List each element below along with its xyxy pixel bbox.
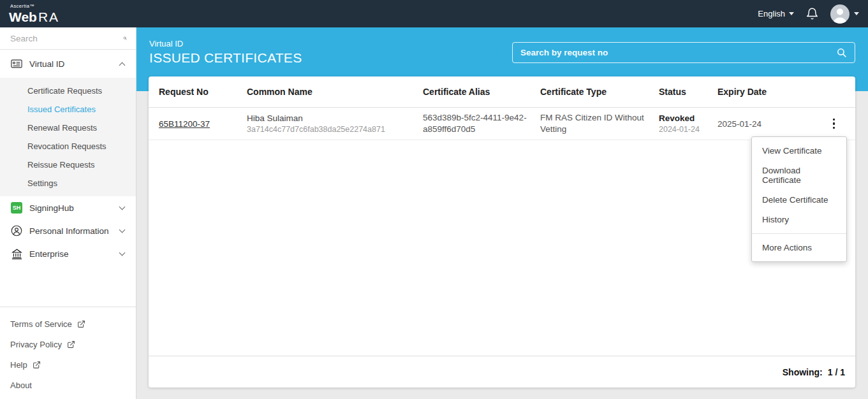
sidebar-item-certificate-requests[interactable]: Certificate Requests: [0, 82, 136, 100]
certificate-alias-cell: 563d389b-5fc2-4411-9e42-a859ff6d70d5: [413, 112, 530, 135]
showing-value: 1 / 1: [828, 367, 845, 377]
notifications-button[interactable]: [805, 7, 819, 21]
actions-cell: [813, 116, 855, 132]
menu-item-history[interactable]: History: [752, 210, 846, 229]
chevron-down-icon: [789, 12, 794, 15]
request-no-cell: 65B11200-37: [149, 119, 237, 129]
sidebar-search-input[interactable]: [10, 34, 123, 43]
certificate-alias: 563d389b-5fc2-4411-9e42-a859ff6d70d5: [423, 112, 530, 135]
row-actions-kebab-icon[interactable]: [830, 116, 838, 132]
request-search-input[interactable]: [520, 48, 836, 57]
topbar-right-group: English: [758, 4, 859, 24]
column-header-certificate-type: Certificate Type: [530, 87, 649, 97]
page-header: Virtual ID ISSUED CERTIFICATES: [149, 39, 302, 66]
chevron-down-icon: [119, 250, 126, 256]
sidebar-item-reissue-requests[interactable]: Reissue Requests: [0, 156, 136, 174]
bell-icon: [805, 7, 819, 21]
sidebar-item-enterprise[interactable]: Enterprise: [0, 242, 136, 265]
column-header-certificate-alias: Certificate Alias: [413, 87, 530, 97]
sidebar-item-virtual-id[interactable]: Virtual ID: [0, 50, 136, 78]
sidebar-item-issued-certificates[interactable]: Issued Certificates: [0, 100, 136, 119]
menu-item-view-certificate[interactable]: View Certificate: [752, 141, 846, 161]
column-header-status: Status: [649, 87, 707, 97]
sidebar-item-settings[interactable]: Settings: [0, 174, 136, 192]
common-name: Hiba Sulaiman: [247, 113, 413, 124]
sidebar: Virtual ID Certificate Requests Issued C…: [0, 27, 136, 399]
sidebar-item-signinghub[interactable]: SH SigningHub: [0, 196, 136, 219]
sidebar-item-personal-information[interactable]: Personal Information: [0, 219, 136, 242]
terms-of-service-link[interactable]: Terms of Service: [0, 314, 136, 334]
signinghub-icon: SH: [10, 202, 23, 214]
brand-webra-label: WebRA: [9, 10, 59, 24]
external-link-icon: [77, 320, 85, 328]
table-empty-space: [149, 140, 855, 356]
column-header-common-name: Common Name: [237, 87, 413, 97]
status-date: 2024-01-24: [659, 124, 707, 135]
column-header-request-no: Request No: [149, 87, 237, 97]
virtual-id-submenu: Certificate Requests Issued Certificates…: [0, 78, 136, 196]
privacy-policy-link[interactable]: Privacy Policy: [0, 334, 136, 354]
menu-divider: [752, 233, 846, 234]
id-card-icon: [10, 59, 23, 68]
search-icon[interactable]: [836, 47, 847, 58]
person-silhouette-icon: [830, 4, 850, 24]
menu-item-download-certificate[interactable]: Download Certificate: [752, 161, 846, 190]
sidebar-search: [0, 27, 136, 50]
sidebar-item-label: Enterprise: [29, 249, 120, 259]
page-title: ISSUED CERTIFICATES: [149, 50, 302, 66]
menu-item-delete-certificate[interactable]: Delete Certificate: [752, 190, 846, 210]
help-label: Help: [10, 360, 27, 370]
menu-item-more-actions[interactable]: More Actions: [752, 238, 846, 258]
privacy-policy-label: Privacy Policy: [10, 340, 62, 349]
sidebar-footer-links: Terms of Service Privacy Policy Help Abo…: [0, 307, 136, 399]
sidebar-item-revocation-requests[interactable]: Revocation Requests: [0, 137, 136, 156]
chevron-down-icon: [854, 12, 859, 15]
help-link[interactable]: Help: [0, 354, 136, 375]
common-name-cell: Hiba Sulaiman 3a714c4c77d7c6fab38da25e22…: [237, 113, 413, 135]
chevron-down-icon: [119, 227, 126, 233]
person-icon: [10, 225, 23, 236]
chevron-down-icon: [119, 204, 126, 210]
webra-logo[interactable]: Ascertia™ WebRA: [9, 4, 59, 24]
search-icon[interactable]: [123, 33, 127, 43]
about-link[interactable]: About: [0, 375, 136, 395]
request-no-link[interactable]: 65B11200-37: [159, 119, 210, 129]
row-actions-menu: View Certificate Download Certificate De…: [751, 136, 847, 262]
certificate-type-cell: FM RAS Citizen ID Without Vetting: [530, 112, 649, 135]
column-header-expiry-date: Expiry Date: [707, 87, 813, 97]
status-cell: Revoked 2024-01-24: [649, 113, 707, 135]
status-badge: Revoked: [659, 113, 707, 124]
external-link-icon: [33, 361, 41, 369]
table-header-row: Request No Common Name Certificate Alias…: [149, 76, 855, 108]
avatar: [830, 4, 850, 24]
bank-building-icon: [10, 249, 23, 259]
brand-ascertia-label: Ascertia™: [10, 4, 59, 9]
showing-label: Showing:: [783, 367, 823, 377]
top-navbar: Ascertia™ WebRA English: [0, 0, 868, 27]
certificate-type: FM RAS Citizen ID Without Vetting: [540, 112, 649, 135]
issued-certificates-table-card: Request No Common Name Certificate Alias…: [149, 76, 855, 388]
common-name-id: 3a714c4c77d7c6fab38da25e2274a871: [247, 124, 413, 135]
sidebar-item-label: Virtual ID: [29, 59, 120, 69]
language-selector[interactable]: English: [758, 9, 794, 18]
sidebar-item-label: Personal Information: [29, 226, 120, 236]
table-row: 65B11200-37 Hiba Sulaiman 3a714c4c77d7c6…: [149, 108, 855, 140]
terms-of-service-label: Terms of Service: [10, 319, 72, 329]
external-link-icon: [67, 340, 75, 349]
language-label: English: [758, 9, 785, 18]
expiry-date-cell: 2025-01-24: [707, 119, 813, 129]
chevron-up-icon: [119, 62, 126, 68]
breadcrumb: Virtual ID: [149, 39, 302, 48]
sidebar-item-renewal-requests[interactable]: Renewal Requests: [0, 119, 136, 137]
sidebar-item-label: SigningHub: [29, 203, 120, 213]
table-footer: Showing: 1 / 1: [149, 356, 855, 388]
user-menu[interactable]: [830, 4, 859, 24]
webra-app: Ascertia™ WebRA English: [0, 0, 868, 399]
request-search-box: [512, 42, 855, 63]
about-label: About: [10, 381, 32, 390]
